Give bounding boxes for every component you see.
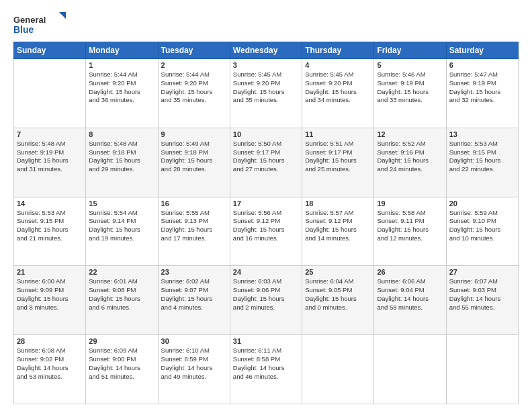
day-info: Sunrise: 6:08 AM Sunset: 9:02 PM Dayligh… (17, 347, 83, 381)
calendar-cell: 6Sunrise: 5:47 AM Sunset: 9:19 PM Daylig… (446, 59, 518, 128)
day-info: Sunrise: 6:01 AM Sunset: 9:08 PM Dayligh… (89, 277, 154, 312)
day-number: 6 (449, 61, 515, 69)
calendar-cell: 29Sunrise: 6:09 AM Sunset: 9:00 PM Dayli… (86, 335, 158, 404)
calendar-cell: 23Sunrise: 6:02 AM Sunset: 9:07 PM Dayli… (158, 266, 230, 335)
day-number: 16 (161, 199, 227, 208)
day-number: 13 (449, 130, 515, 138)
day-number: 2 (161, 61, 227, 69)
calendar-cell: 22Sunrise: 6:01 AM Sunset: 9:08 PM Dayli… (86, 266, 158, 335)
calendar-cell: 1Sunrise: 5:44 AM Sunset: 9:20 PM Daylig… (86, 59, 158, 128)
calendar-cell: 9Sunrise: 5:49 AM Sunset: 9:18 PM Daylig… (158, 128, 230, 197)
day-number: 15 (89, 199, 154, 208)
col-sunday: Sunday (14, 42, 86, 59)
calendar-cell: 5Sunrise: 5:46 AM Sunset: 9:19 PM Daylig… (374, 59, 446, 128)
calendar-cell: 18Sunrise: 5:57 AM Sunset: 9:12 PM Dayli… (302, 197, 374, 266)
day-number: 10 (233, 130, 299, 138)
calendar-cell: 12Sunrise: 5:52 AM Sunset: 9:16 PM Dayli… (374, 128, 446, 197)
calendar-week-5: 28Sunrise: 6:08 AM Sunset: 9:02 PM Dayli… (14, 335, 519, 404)
day-number: 25 (305, 268, 371, 276)
calendar-cell (374, 335, 446, 404)
day-info: Sunrise: 5:46 AM Sunset: 9:19 PM Dayligh… (377, 71, 443, 105)
col-wednesday: Wednesday (230, 42, 302, 59)
day-number: 31 (233, 337, 299, 345)
calendar-cell: 21Sunrise: 6:00 AM Sunset: 9:09 PM Dayli… (14, 266, 86, 335)
day-info: Sunrise: 5:44 AM Sunset: 9:20 PM Dayligh… (161, 71, 227, 105)
calendar-cell: 8Sunrise: 5:48 AM Sunset: 9:18 PM Daylig… (86, 128, 158, 197)
day-info: Sunrise: 5:47 AM Sunset: 9:19 PM Dayligh… (449, 71, 515, 105)
calendar-cell: 19Sunrise: 5:58 AM Sunset: 9:11 PM Dayli… (374, 197, 446, 266)
day-info: Sunrise: 5:53 AM Sunset: 9:15 PM Dayligh… (17, 209, 83, 243)
day-info: Sunrise: 5:44 AM Sunset: 9:20 PM Dayligh… (89, 71, 154, 105)
day-number: 27 (449, 268, 515, 276)
day-info: Sunrise: 6:04 AM Sunset: 9:05 PM Dayligh… (305, 277, 371, 312)
day-info: Sunrise: 6:06 AM Sunset: 9:04 PM Dayligh… (377, 277, 443, 312)
calendar-week-2: 7Sunrise: 5:48 AM Sunset: 9:19 PM Daylig… (14, 128, 519, 197)
day-number: 8 (89, 130, 154, 138)
calendar-cell (302, 335, 374, 404)
day-number: 20 (449, 199, 515, 208)
logo-icon: General Blue (13, 11, 67, 35)
day-number: 26 (377, 268, 443, 276)
day-number: 17 (233, 199, 299, 208)
day-info: Sunrise: 5:54 AM Sunset: 9:14 PM Dayligh… (89, 209, 154, 243)
calendar-cell: 4Sunrise: 5:45 AM Sunset: 9:20 PM Daylig… (302, 59, 374, 128)
day-info: Sunrise: 6:03 AM Sunset: 9:06 PM Dayligh… (233, 277, 299, 312)
svg-text:Blue: Blue (13, 24, 34, 35)
day-info: Sunrise: 6:00 AM Sunset: 9:09 PM Dayligh… (17, 277, 83, 312)
day-number: 12 (377, 130, 443, 138)
col-tuesday: Tuesday (158, 42, 230, 59)
day-info: Sunrise: 5:48 AM Sunset: 9:18 PM Dayligh… (89, 140, 154, 174)
calendar-cell: 3Sunrise: 5:45 AM Sunset: 9:20 PM Daylig… (230, 59, 302, 128)
calendar-cell: 10Sunrise: 5:50 AM Sunset: 9:17 PM Dayli… (230, 128, 302, 197)
day-info: Sunrise: 5:50 AM Sunset: 9:17 PM Dayligh… (233, 140, 299, 174)
day-info: Sunrise: 6:07 AM Sunset: 9:03 PM Dayligh… (449, 277, 515, 312)
day-info: Sunrise: 5:45 AM Sunset: 9:20 PM Dayligh… (233, 71, 299, 105)
day-info: Sunrise: 5:59 AM Sunset: 9:10 PM Dayligh… (449, 209, 515, 243)
day-info: Sunrise: 6:11 AM Sunset: 8:58 PM Dayligh… (233, 347, 299, 381)
day-number: 5 (377, 61, 443, 69)
day-number: 21 (17, 268, 83, 276)
day-number: 29 (89, 337, 154, 345)
day-info: Sunrise: 5:48 AM Sunset: 9:19 PM Dayligh… (17, 140, 83, 174)
calendar-cell: 16Sunrise: 5:55 AM Sunset: 9:13 PM Dayli… (158, 197, 230, 266)
day-info: Sunrise: 6:02 AM Sunset: 9:07 PM Dayligh… (161, 277, 227, 312)
header: General Blue (13, 11, 519, 35)
day-info: Sunrise: 5:51 AM Sunset: 9:17 PM Dayligh… (305, 140, 371, 174)
day-number: 4 (305, 61, 371, 69)
calendar-cell: 25Sunrise: 6:04 AM Sunset: 9:05 PM Dayli… (302, 266, 374, 335)
col-friday: Friday (374, 42, 446, 59)
day-info: Sunrise: 5:57 AM Sunset: 9:12 PM Dayligh… (305, 209, 371, 243)
calendar-cell: 30Sunrise: 6:10 AM Sunset: 8:59 PM Dayli… (158, 335, 230, 404)
day-number: 19 (377, 199, 443, 208)
day-number: 28 (17, 337, 83, 345)
day-number: 1 (89, 61, 154, 69)
calendar: Sunday Monday Tuesday Wednesday Thursday… (13, 42, 519, 404)
day-info: Sunrise: 5:56 AM Sunset: 9:12 PM Dayligh… (233, 209, 299, 243)
calendar-cell: 28Sunrise: 6:08 AM Sunset: 9:02 PM Dayli… (14, 335, 86, 404)
calendar-cell: 20Sunrise: 5:59 AM Sunset: 9:10 PM Dayli… (446, 197, 518, 266)
day-info: Sunrise: 5:45 AM Sunset: 9:20 PM Dayligh… (305, 71, 371, 105)
calendar-week-4: 21Sunrise: 6:00 AM Sunset: 9:09 PM Dayli… (14, 266, 519, 335)
day-info: Sunrise: 5:52 AM Sunset: 9:16 PM Dayligh… (377, 140, 443, 174)
day-number: 9 (161, 130, 227, 138)
page: General Blue Sunday Monday Tuesday Wedne… (0, 0, 532, 411)
svg-marker-2 (59, 12, 66, 19)
day-number: 14 (17, 199, 83, 208)
col-thursday: Thursday (302, 42, 374, 59)
calendar-cell: 26Sunrise: 6:06 AM Sunset: 9:04 PM Dayli… (374, 266, 446, 335)
calendar-cell: 31Sunrise: 6:11 AM Sunset: 8:58 PM Dayli… (230, 335, 302, 404)
day-number: 24 (233, 268, 299, 276)
day-number: 11 (305, 130, 371, 138)
day-number: 30 (161, 337, 227, 345)
calendar-cell: 15Sunrise: 5:54 AM Sunset: 9:14 PM Dayli… (86, 197, 158, 266)
day-number: 23 (161, 268, 227, 276)
day-info: Sunrise: 5:49 AM Sunset: 9:18 PM Dayligh… (161, 140, 227, 174)
calendar-cell: 17Sunrise: 5:56 AM Sunset: 9:12 PM Dayli… (230, 197, 302, 266)
calendar-header-row: Sunday Monday Tuesday Wednesday Thursday… (14, 42, 519, 59)
day-number: 22 (89, 268, 154, 276)
day-number: 7 (17, 130, 83, 138)
calendar-week-1: 1Sunrise: 5:44 AM Sunset: 9:20 PM Daylig… (14, 59, 519, 128)
day-info: Sunrise: 6:09 AM Sunset: 9:00 PM Dayligh… (89, 347, 154, 381)
calendar-cell: 2Sunrise: 5:44 AM Sunset: 9:20 PM Daylig… (158, 59, 230, 128)
col-monday: Monday (86, 42, 158, 59)
